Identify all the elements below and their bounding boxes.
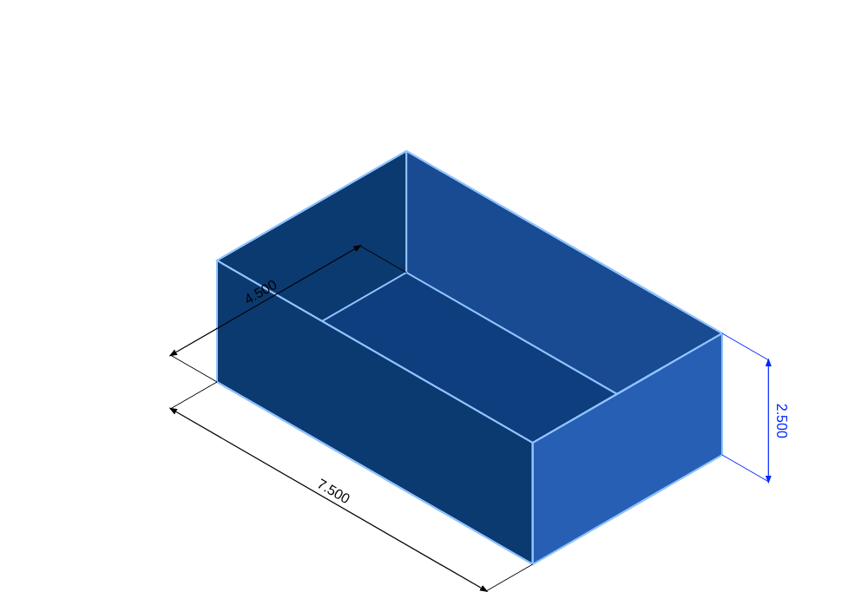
isometric-box-drawing: 7.5004.5002.500 [0,0,868,612]
dim-length-ext2 [486,564,532,591]
dim-height-ext1 [722,455,768,482]
dim-length-ext1 [171,382,217,409]
dim-height-ext2 [722,333,768,360]
dim-height-label: 2.500 [774,404,789,438]
dim-width-ext1 [171,355,217,382]
dim-length-label: 7.500 [315,476,352,506]
